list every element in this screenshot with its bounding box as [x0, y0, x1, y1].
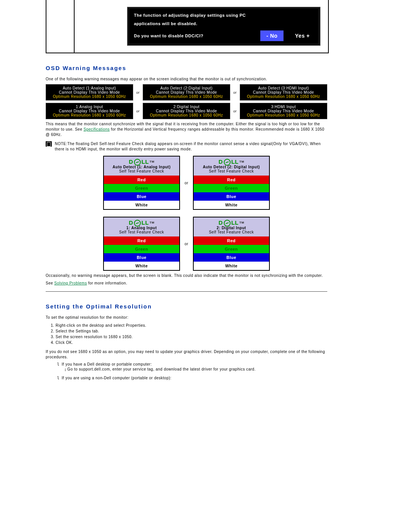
selftest-panel-digital: DLLTM 2: Digital Input Self Test Feature… [193, 217, 270, 271]
color-bar-red: Red [194, 236, 269, 245]
osd-intro-text: One of the following warning messages ma… [46, 77, 327, 82]
color-bar-blue: Blue [194, 253, 269, 262]
heading-optimal-resolution: Setting the Optimal Resolution [46, 303, 327, 310]
step-item: Right-click on the desktop and select Pr… [56, 323, 327, 328]
specifications-link[interactable]: Specifications [84, 127, 110, 131]
selftest-panel-auto-analog: DLLTM Auto Detect (1: Analog Input) Self… [103, 156, 180, 210]
color-bar-white: White [104, 201, 179, 209]
color-bar-red: Red [104, 236, 179, 245]
step-item: Set the screen resolution to 1680 x 1050… [56, 334, 327, 340]
color-bar-white: White [194, 262, 269, 270]
or-label: or [233, 109, 237, 113]
selftest-subtitle: Self Test Feature Check [194, 230, 269, 236]
color-bar-white: White [194, 201, 269, 209]
osd-explain-text: This means that the monitor cannot synch… [46, 121, 327, 137]
or-label: or [136, 91, 140, 94]
warn-box-hdmi: 3:HDMI Input Cannot Display This Video M… [240, 103, 327, 119]
bullet-nondell-lead: If you are using a non-Dell computer (po… [57, 376, 327, 380]
osd-see-text: See Solving Problems for more informatio… [46, 281, 327, 286]
selftest-panel-analog: DLLTM 1: Analog Input Self Test Feature … [103, 217, 180, 271]
heading-osd-warning: OSD Warning Messages [46, 65, 327, 71]
selftest-subtitle: Self Test Feature Check [104, 230, 179, 236]
ddc-question: Do you want to disable DDC/CI? [134, 34, 203, 38]
ddc-text-line2: applications will be disabled. [134, 21, 314, 26]
selftest-title: 2: Digital Input [194, 226, 269, 230]
color-bar-green: Green [104, 184, 179, 192]
warn-box-analog: 1:Analog Input Cannot Display This Video… [46, 103, 133, 119]
color-bar-green: Green [104, 245, 179, 253]
selftest-title: Auto Detect (2: Digital Input) [194, 165, 269, 169]
step-item: Select the Settings tab. [56, 328, 327, 334]
selftest-subtitle: Self Test Feature Check [104, 169, 179, 175]
selftest-panel-auto-digital: DLLTM Auto Detect (2: Digital Input) Sel… [193, 156, 270, 210]
note-row: NOTE:The floating Dell Self-test Feature… [46, 141, 327, 152]
ddc-yes-button[interactable]: Yes + [291, 30, 314, 41]
note-text: NOTE:The floating Dell Self-test Feature… [55, 141, 327, 152]
bullet-dell-lead: If you have a Dell desktop or portable c… [57, 362, 327, 366]
or-label: or [233, 91, 237, 94]
dell-logo-icon: DLLTM [129, 158, 154, 165]
ddc-text-line1: The function of adjusting display settin… [134, 13, 314, 18]
color-bar-blue: Blue [104, 192, 179, 201]
dell-logo-icon: DLLTM [218, 158, 244, 165]
solving-problems-link[interactable]: Solving Problems [54, 281, 87, 285]
optimal-steps-list: Right-click on the desktop and select Pr… [56, 323, 327, 345]
selftest-title: Auto Detect (1: Analog Input) [104, 165, 179, 169]
optimal-bullets: If you have a Dell desktop or portable c… [57, 362, 327, 380]
warning-row-direct: 1:Analog Input Cannot Display This Video… [46, 103, 327, 119]
warning-row-auto-detect: Auto Detect (1:Analog Input) Cannot Disp… [46, 84, 327, 101]
color-bar-green: Green [194, 245, 269, 253]
note-icon [46, 141, 52, 147]
warn-box-auto-digital: Auto Detect (2:Digital Input) Cannot Dis… [143, 84, 230, 101]
dell-logo-icon: DLLTM [129, 219, 154, 226]
section-divider [46, 291, 327, 292]
selftest-subtitle: Self Test Feature Check [194, 169, 269, 175]
color-bar-red: Red [104, 176, 179, 184]
top-dialog-frame: The function of adjusting display settin… [46, 0, 329, 53]
warn-box-digital: 2:Digital Input Cannot Display This Vide… [143, 103, 230, 119]
selftest-title: 1: Analog Input [104, 226, 179, 230]
warn-box-auto-hdmi: Auto Detect (3:HDMI Input) Cannot Displa… [240, 84, 327, 101]
bullet-dell-sub: Go to support.dell.com, enter your servi… [65, 367, 327, 371]
color-bar-white: White [104, 262, 179, 270]
or-label: or [136, 109, 140, 113]
step-item: Click OK. [56, 340, 327, 345]
or-label: or [185, 242, 188, 246]
or-label: or [185, 181, 188, 185]
dell-logo-icon: DLLTM [218, 219, 244, 226]
color-bar-blue: Blue [194, 192, 269, 201]
optimal-intro-text: To set the optimal resolution for the mo… [46, 315, 327, 320]
color-bar-green: Green [194, 184, 269, 192]
osd-occasionally-text: Occasionally, no warning message appears… [46, 273, 327, 278]
ddc-dialog: The function of adjusting display settin… [127, 7, 320, 46]
ddc-no-button[interactable]: - No [260, 30, 284, 41]
warn-box-auto-analog: Auto Detect (1:Analog Input) Cannot Disp… [46, 84, 133, 101]
color-bar-red: Red [194, 176, 269, 184]
color-bar-blue: Blue [104, 253, 179, 262]
optimal-after-text: If you do not see 1680 x 1050 as an opti… [46, 349, 327, 360]
selftest-grid: DLLTM Auto Detect (1: Analog Input) Self… [46, 156, 327, 271]
